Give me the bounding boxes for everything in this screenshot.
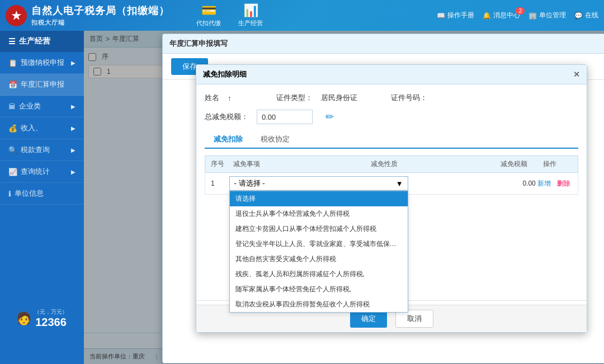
item-select-box[interactable]: - 请选择 - ▼ — [229, 176, 408, 191]
reduction-dialog-close[interactable]: ✕ — [573, 70, 580, 79]
dropdown-option-1[interactable]: 退役士兵从事个体经营减免个人所得税 — [230, 206, 408, 221]
manual-label: 操作手册 — [447, 11, 474, 20]
th-item: 减免事项 — [233, 159, 371, 169]
sidebar-item-yuejiao[interactable]: 📋 预缴纳税申报 ▶ — [0, 52, 84, 74]
name-label: 姓名 — [205, 93, 219, 103]
reduction-tabs: 减免扣除 税收协定 — [205, 131, 578, 149]
chaxun-icon: 📈 — [8, 168, 17, 176]
th-action: 操作 — [527, 159, 572, 169]
select-arrow-icon: ▼ — [396, 179, 403, 188]
reduction-dialog-title: 减免扣除明细 — [203, 69, 247, 79]
yuejiao-label: 预缴纳税申报 — [21, 58, 64, 68]
manual-button[interactable]: 📖 操作手册 — [437, 11, 474, 20]
annual-dialog-title: 年度汇算申报填写 — [169, 39, 228, 49]
dropdown-option-5[interactable]: 残疾、孤老人员和烈属所得减征个人所得税, — [230, 267, 408, 282]
dropdown-option-6[interactable]: 随军家属从事个体经营免征个人所得税, — [230, 282, 408, 297]
sidebar-header-icon: ☰ — [8, 37, 16, 46]
message-icon: 🔔 — [483, 12, 491, 20]
tab-shuixie[interactable]: 税收协定 — [252, 131, 299, 148]
qiye-icon: 🏛 — [8, 102, 16, 111]
sidebar-item-niandu[interactable]: 📅 年度汇算申报 — [0, 74, 84, 96]
select-placeholder: - 请选择 - — [234, 178, 265, 188]
chaxun-arrow: ▶ — [71, 169, 76, 175]
edit-icon[interactable]: ✏ — [325, 111, 334, 123]
id-type-value: 居民身份证 — [321, 93, 357, 103]
daijiao-icon: 💳 — [201, 3, 216, 18]
qiye-label: 企业类 — [19, 101, 41, 111]
dropdown-option-4[interactable]: 其他自然灾害受灾减免个人所得税 — [230, 252, 408, 267]
message-badge: 2 — [516, 7, 525, 15]
yuejiao-arrow: ▶ — [71, 60, 76, 66]
dropdown-option-0[interactable]: 请选择 — [230, 191, 408, 206]
app-header: ★ 自然人电子税务局（扣缴端） 扣税大厅端 💳 代扣代缴 📊 生产经营 📖 操作… — [0, 0, 604, 31]
reduction-table-header: 序号 减免事项 减免性质 减免税额 操作 — [205, 155, 578, 173]
item-select-container: - 请选择 - ▼ 请选择 退役士兵从事个体经营减免个人所得税 建档立卡贫困人口… — [229, 176, 408, 191]
total-input[interactable] — [257, 110, 313, 124]
row-seq: 1 — [211, 179, 229, 187]
th-amount: 减免税额 — [471, 159, 527, 169]
unit-button[interactable]: 🏢 单位管理 — [528, 11, 566, 20]
chaxun-label: 查询统计 — [21, 167, 50, 177]
reduction-table-row: 1 - 请选择 - ▼ 请选择 退役士兵从事个体经营减免个人所得税 — [205, 173, 578, 195]
unit-icon: 🏢 — [528, 12, 537, 20]
main-layout: ☰ 生产经营 📋 预缴纳税申报 ▶ 📅 年度汇算申报 🏛 企业类 ▶ 💰 收入、… — [0, 31, 604, 364]
dropdown-list: 请选择 退役士兵从事个体经营减免个人所得税 建档立卡贫困人口从事个体经营扣减个人… — [229, 191, 408, 313]
shouru-arrow: ▶ — [71, 125, 76, 131]
online-label: 在线 — [585, 11, 598, 20]
total-row: 总减免税额： ✏ — [205, 110, 578, 124]
tab-jianjian[interactable]: 减免扣除 — [205, 131, 252, 149]
yuejiao-icon: 📋 — [8, 59, 17, 67]
unit-label: 单位管理 — [539, 11, 566, 20]
shuikuan-label: 税款查询 — [21, 145, 50, 155]
shuikuan-icon: 🔍 — [8, 146, 17, 154]
online-button[interactable]: 💬 在线 — [574, 11, 598, 20]
reduction-dialog: 减免扣除明细 ✕ 姓名 ↑ 证件类型： 居民身份证 证件号码： 总减免税额 — [196, 64, 587, 333]
total-label: 总减免税额： — [205, 112, 248, 122]
small-label: （元，万元） — [34, 308, 68, 316]
shengchan-icon: 📊 — [243, 3, 258, 18]
shuikuan-arrow: ▶ — [71, 147, 76, 153]
app-title-block: 自然人电子税务局（扣缴端） 扣税大厅端 — [31, 4, 169, 27]
header-nav: 💳 代扣代缴 📊 生产经营 — [192, 1, 267, 30]
row-item: - 请选择 - ▼ 请选择 退役士兵从事个体经营减免个人所得税 建档立卡贫困人口… — [229, 176, 408, 191]
row-action: 新增 删除 — [536, 179, 572, 188]
id-type-label: 证件类型： — [276, 93, 313, 103]
niandu-label: 年度汇算申报 — [21, 79, 64, 89]
logo-12366: 12366 — [34, 316, 68, 329]
manual-icon: 📖 — [437, 12, 445, 20]
sidebar-item-danwei[interactable]: ℹ 单位信息 — [0, 183, 84, 205]
sidebar-12366: 🧑 （元，万元） 12366 — [0, 304, 84, 333]
content-area: 首页 > 年度汇算 序 1 另存合计/拆分 0.00 46,306.92 — [84, 31, 604, 364]
danwei-icon: ℹ — [8, 190, 11, 198]
nav-daijiao[interactable]: 💳 代扣代缴 — [192, 1, 225, 30]
sidebar-item-qiye[interactable]: 🏛 企业类 ▶ — [0, 96, 84, 117]
dropdown-option-2[interactable]: 建档立卡贫困人口从事个体经营扣减个人所得税 — [230, 221, 408, 237]
message-button[interactable]: 🔔 消息中心 2 — [483, 11, 520, 20]
app-logo: ★ 自然人电子税务局（扣缴端） 扣税大厅端 — [6, 4, 169, 27]
annual-dialog-header: 年度汇算申报填写 ✕ — [163, 34, 604, 54]
shouru-label: 收入、 — [21, 123, 43, 133]
reduction-dialog-body: 姓名 ↑ 证件类型： 居民身份证 证件号码： 总减免税额： ✏ — [196, 84, 587, 203]
name-value: ↑ — [228, 94, 232, 102]
dropdown-option-3[interactable]: 登记失业半年以上人员、零就业家庭、享受城市低保登记失业/ — [230, 237, 408, 252]
th-nature: 减免性质 — [371, 159, 471, 169]
sidebar-item-shouru[interactable]: 💰 收入、 ▶ — [0, 117, 84, 139]
person-icon: 🧑 — [16, 311, 31, 326]
dropdown-option-7[interactable]: 取消农业税从事四业所得暂免征收个人所得税 — [230, 297, 408, 312]
row-amount: 0.00 — [490, 179, 536, 187]
app-title: 自然人电子税务局（扣缴端） — [31, 4, 169, 17]
id-no-label: 证件号码： — [391, 93, 427, 103]
danwei-label: 单位信息 — [15, 188, 44, 198]
online-icon: 💬 — [574, 12, 583, 20]
add-link[interactable]: 新增 — [537, 179, 551, 187]
app-subtitle: 扣税大厅端 — [31, 18, 169, 27]
del-link[interactable]: 删除 — [557, 179, 570, 187]
nav-daijiao-label: 代扣代缴 — [196, 19, 221, 27]
logo-icon: ★ — [6, 5, 27, 26]
nav-shengchan[interactable]: 📊 生产经营 — [234, 1, 267, 30]
reduction-dialog-header: 减免扣除明细 ✕ — [196, 65, 587, 84]
sidebar: ☰ 生产经营 📋 预缴纳税申报 ▶ 📅 年度汇算申报 🏛 企业类 ▶ 💰 收入、… — [0, 31, 84, 364]
sidebar-item-chaxun[interactable]: 📈 查询统计 ▶ — [0, 161, 84, 183]
nav-shengchan-label: 生产经营 — [238, 19, 263, 27]
sidebar-item-shuikuan[interactable]: 🔍 税款查询 ▶ — [0, 139, 84, 161]
